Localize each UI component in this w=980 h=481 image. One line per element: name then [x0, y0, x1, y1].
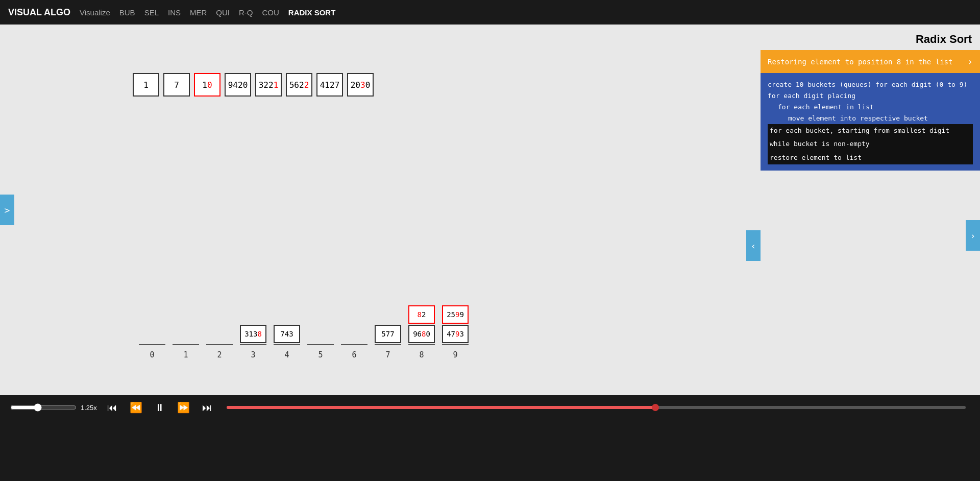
speed-label: 1.25x	[81, 404, 97, 412]
nav-visualize[interactable]: Visualize	[80, 8, 110, 17]
pseudo-line-3: move element into respective bucket	[768, 113, 973, 124]
bucket-0-line	[139, 344, 165, 345]
bucket-5: 5	[304, 302, 337, 359]
buckets-container: 0 1 2 3138 3 743	[135, 302, 472, 359]
bucket-3-line	[240, 344, 266, 345]
nav-mer[interactable]: MER	[190, 8, 207, 17]
brand-logo[interactable]: VISUAL ALGO	[8, 7, 70, 18]
panel-title: Radix Sort	[761, 25, 980, 50]
navbar: VISUAL ALGO Visualize BUB SEL INS MER QU…	[0, 0, 980, 25]
pseudo-line-5: while bucket is non-empty	[768, 137, 973, 151]
pseudo-line-2: for each element in list	[768, 102, 973, 113]
bucket-9-boxes: 2599 4793	[442, 302, 469, 343]
bucket-2-label: 2	[217, 350, 222, 359]
array-box-2: 10	[194, 73, 220, 97]
pseudocode-area: create 10 buckets (queues) for each digi…	[761, 73, 980, 171]
right-collapse-icon: ‹	[751, 240, 756, 251]
pseudo-line-6: restore element to list	[768, 151, 973, 164]
array-val-6: 4127	[320, 80, 340, 90]
bucket-4-label: 4	[284, 350, 289, 359]
bucket-9: 2599 4793 9	[438, 302, 472, 359]
speed-control: 1.25x	[10, 403, 97, 412]
bucket-8-boxes: 82 9680	[408, 302, 435, 343]
array-box-6: 4127	[316, 73, 343, 97]
step-forward-button[interactable]: ⏩	[175, 400, 192, 415]
bucket-8-item-0: 82	[408, 305, 435, 324]
right-expand-tab[interactable]: ›	[966, 220, 980, 251]
skip-forward-button[interactable]: ⏭	[200, 401, 214, 415]
array-box-7: 2030	[347, 73, 374, 97]
bucket-9-label: 9	[453, 350, 457, 359]
left-tab-icon: >	[5, 205, 10, 215]
bucket-5-line	[307, 344, 334, 345]
nav-sel[interactable]: SEL	[144, 8, 159, 17]
status-arrow-icon: ›	[967, 56, 973, 67]
array-box-4: 3221	[255, 73, 282, 97]
array-box-5: 5622	[286, 73, 312, 97]
bottom-bar: 1.25x ⏮ ⏪ ⏸ ⏩ ⏭	[0, 395, 980, 420]
bucket-4-line	[274, 344, 300, 345]
nav-qui[interactable]: QUI	[216, 8, 230, 17]
step-back-button[interactable]: ⏪	[128, 400, 144, 415]
bucket-6: 6	[337, 302, 371, 359]
nav-bub[interactable]: BUB	[119, 8, 135, 17]
bucket-1-label: 1	[183, 350, 188, 359]
bucket-7-boxes: 577	[375, 302, 401, 343]
progress-bar[interactable]	[227, 406, 966, 409]
array-val-2: 10	[202, 80, 212, 90]
array-box-3: 9420	[225, 73, 251, 97]
array-val-1: 7	[174, 80, 179, 90]
main-visualization-area: 1 7 10 9420 3221 5622 4127 2030	[0, 25, 980, 395]
right-panel: Radix Sort Restoring element to position…	[761, 25, 980, 395]
bucket-8: 82 9680 8	[405, 302, 438, 359]
bucket-3-item-0: 3138	[240, 325, 266, 343]
nav-ins[interactable]: INS	[168, 8, 181, 17]
left-tab[interactable]: >	[0, 195, 14, 225]
nav-radix[interactable]: RADIX SORT	[288, 8, 336, 17]
bucket-8-line	[408, 344, 435, 345]
pseudo-line-4: for each bucket, starting from smallest …	[768, 124, 973, 137]
pseudo-line-1: for each digit placing	[768, 90, 973, 102]
progress-thumb	[652, 404, 659, 411]
progress-fill	[227, 406, 655, 409]
bucket-5-label: 5	[318, 350, 323, 359]
array-val-5: 5622	[289, 80, 309, 90]
bucket-4: 743 4	[270, 302, 304, 359]
bucket-2: 2	[203, 302, 236, 359]
bucket-0: 0	[135, 302, 169, 359]
bucket-1-line	[173, 344, 199, 345]
bucket-3: 3138 3	[236, 302, 270, 359]
bucket-4-boxes: 743	[274, 302, 300, 343]
bucket-7-line	[375, 344, 401, 345]
array-container: 1 7 10 9420 3221 5622 4127 2030	[133, 73, 374, 97]
bucket-9-line	[442, 344, 469, 345]
skip-back-button[interactable]: ⏮	[105, 401, 119, 415]
bucket-3-label: 3	[251, 350, 255, 359]
bucket-2-line	[206, 344, 233, 345]
array-val-0: 1	[143, 80, 149, 90]
array-box-1: 7	[163, 73, 190, 97]
bucket-7-item-0: 577	[375, 325, 401, 343]
bucket-7: 577 7	[371, 302, 405, 359]
bucket-3-boxes: 3138	[240, 302, 266, 343]
array-val-4: 3221	[259, 80, 279, 90]
bucket-1: 1	[169, 302, 203, 359]
status-message: Restoring element to position 8 in the l…	[768, 58, 952, 66]
array-val-3: 9420	[228, 80, 248, 90]
bucket-9-item-0: 2599	[442, 305, 469, 324]
bucket-8-item-1: 9680	[408, 325, 435, 343]
nav-cou[interactable]: COU	[262, 8, 279, 17]
array-box-0: 1	[133, 73, 159, 97]
array-val-7: 2030	[351, 80, 371, 90]
bucket-8-label: 8	[419, 350, 424, 359]
speed-slider[interactable]	[10, 403, 77, 412]
right-collapse-tab[interactable]: ‹	[746, 230, 761, 261]
bucket-6-line	[341, 344, 368, 345]
pseudo-line-0: create 10 buckets (queues) for each digi…	[768, 79, 973, 90]
pause-button[interactable]: ⏸	[153, 401, 167, 415]
bucket-6-label: 6	[352, 350, 356, 359]
bucket-7-label: 7	[385, 350, 390, 359]
status-bar[interactable]: Restoring element to position 8 in the l…	[761, 50, 980, 73]
bucket-0-label: 0	[150, 350, 154, 359]
nav-rq[interactable]: R-Q	[239, 8, 253, 17]
